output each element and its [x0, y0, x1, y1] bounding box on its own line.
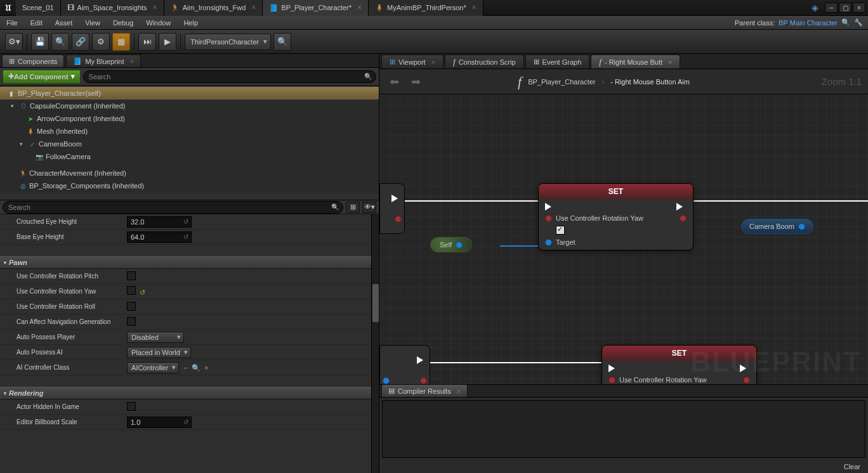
save-button[interactable]: 💾	[31, 33, 49, 51]
pin[interactable]	[680, 215, 687, 222]
scrollbar[interactable]	[371, 214, 379, 473]
rtab-eventgraph[interactable]: ⊞Event Graph	[525, 55, 590, 68]
exec-pin[interactable]	[417, 356, 427, 364]
target-pin[interactable]	[545, 239, 552, 246]
exec-in-pin[interactable]	[608, 365, 619, 372]
select[interactable]: Disabled	[127, 332, 184, 343]
tab-components[interactable]: ⊞Components	[2, 55, 64, 67]
close-icon[interactable]: ×	[472, 3, 477, 12]
revert-icon[interactable]: ↺	[140, 288, 145, 296]
tree-row[interactable]: 🧍Mesh (Inherited)	[0, 125, 379, 138]
menu-help[interactable]: Help	[177, 16, 204, 29]
tree-row[interactable]: 📷FollowCamera	[0, 150, 379, 163]
node-fragment[interactable]	[379, 345, 430, 384]
close-icon[interactable]: ×	[251, 3, 256, 12]
close-icon[interactable]: ×	[668, 58, 672, 66]
tab-compiler-results[interactable]: ▤Compiler Results×	[381, 384, 468, 397]
title-tab-aimspace[interactable]: 🎞Aim_Space_Ironsights×	[61, 0, 164, 16]
marketplace-icon[interactable]: ◈	[812, 3, 819, 13]
num-input[interactable]: 64.0	[127, 231, 192, 243]
find-button[interactable]: 🔍	[51, 33, 69, 51]
node-cameraboom[interactable]: Camera Boom	[741, 219, 813, 234]
checkbox[interactable]	[127, 317, 136, 326]
menu-file[interactable]: File	[0, 16, 24, 29]
select[interactable]: AIController	[127, 362, 179, 373]
maximize-button[interactable]: ▢	[839, 3, 852, 13]
close-icon[interactable]: ×	[431, 58, 435, 66]
chevron-down-icon[interactable]: ▾	[11, 103, 17, 109]
menu-asset[interactable]: Asset	[49, 16, 79, 29]
play-button[interactable]: ▶	[159, 33, 176, 51]
compile-button[interactable]: ⚙▾	[5, 33, 23, 51]
checkbox[interactable]: ✓	[556, 226, 565, 235]
simulation-button[interactable]: ▦	[112, 33, 130, 51]
title-tab-bpplayer[interactable]: 📘BP_Player_Character*×	[263, 0, 369, 16]
exec-out-pin[interactable]	[676, 203, 687, 211]
category-rendering[interactable]: Rendering	[0, 387, 379, 399]
chevron-down-icon[interactable]: ▾	[20, 141, 26, 147]
search-icon[interactable]: 🔍	[841, 18, 850, 27]
details-eye-button[interactable]: 👁▾	[362, 202, 376, 213]
tab-myblueprint[interactable]: 📘My Blueprint×	[66, 55, 141, 67]
pin[interactable]	[456, 242, 463, 249]
debug-filter-select[interactable]: ThirdPersonCharacter	[185, 34, 271, 50]
num-input[interactable]: 32.0	[127, 216, 192, 228]
rtab-construction[interactable]: fConstruction Scrip	[445, 55, 524, 68]
menu-view[interactable]: View	[79, 16, 107, 29]
rtab-rmb[interactable]: f- Right Mouse Butt×	[591, 55, 680, 68]
title-tab-animbp[interactable]: 🧍MyAnimBP_ThirdPerson*×	[369, 0, 483, 16]
select[interactable]: Placed in World	[127, 347, 191, 358]
pin[interactable]	[798, 223, 805, 230]
checkbox[interactable]	[127, 286, 136, 295]
pin[interactable]	[545, 215, 552, 222]
num-input[interactable]: 1.0	[127, 417, 192, 428]
compiler-output[interactable]	[382, 400, 865, 458]
minimize-button[interactable]: ─	[825, 3, 838, 13]
pin[interactable]	[383, 377, 390, 384]
node-fragment[interactable]	[379, 183, 405, 234]
tree-row[interactable]: ▾⟋CameraBoom	[0, 138, 379, 150]
menu-edit[interactable]: Edit	[24, 16, 49, 29]
details-body[interactable]: Crouched Eye Height32.0 Base Eye Height6…	[0, 214, 379, 473]
nav-back-button[interactable]: ⬅	[386, 74, 402, 90]
close-button[interactable]: ×	[853, 3, 865, 13]
tree-row[interactable]: ◎BP_Storage_Components (Inherited)	[0, 179, 379, 192]
tree-row[interactable]: ➤ArrowComponent (Inherited)	[0, 112, 379, 125]
exec-in-pin[interactable]	[545, 203, 555, 211]
exec-pin[interactable]	[391, 195, 402, 202]
node-self[interactable]: Self	[430, 237, 472, 252]
locate-button[interactable]: 🔍	[273, 33, 291, 51]
graph-canvas[interactable]: SET Use Controller Rotation Yaw ✓ Target…	[379, 94, 868, 384]
category-pawn[interactable]: Pawn	[0, 256, 379, 269]
node-set[interactable]: SET Use Controller Rotation Yaw ✓ Target	[538, 183, 694, 250]
class-defaults-button[interactable]: ⚙	[92, 33, 110, 51]
clear-button[interactable]: Clear	[844, 463, 860, 470]
close-icon[interactable]: ×	[357, 3, 362, 12]
menu-window[interactable]: Window	[140, 16, 177, 29]
pin[interactable]	[608, 377, 615, 384]
close-icon[interactable]: ×	[457, 387, 461, 395]
tree-row[interactable]: ▾⬯CapsuleComponent (Inherited)	[0, 100, 379, 112]
nav-fwd-button[interactable]: ➡	[407, 74, 424, 90]
add-component-button[interactable]: ✚ Add Component	[3, 70, 81, 84]
checkbox[interactable]	[127, 302, 136, 311]
pin[interactable]	[395, 216, 402, 223]
breadcrumb-root[interactable]: BP_Player_Character	[528, 78, 595, 86]
play-step-button[interactable]: ⏭	[138, 33, 156, 51]
close-icon[interactable]: ×	[153, 3, 157, 12]
tree-row-self[interactable]: ▮BP_Player_Character(self)	[0, 87, 379, 100]
back-icon[interactable]: ←	[181, 363, 191, 373]
parent-class-link[interactable]: BP Main Character	[779, 19, 838, 27]
title-tab-aimiron[interactable]: 🏃Aim_Ironsights_Fwd×	[164, 0, 263, 16]
pin[interactable]	[420, 377, 427, 384]
search-icon[interactable]: 🔍	[191, 363, 201, 373]
checkbox[interactable]	[127, 271, 136, 280]
clear-icon[interactable]: ×	[201, 363, 211, 373]
details-grid-button[interactable]: ⊞	[346, 202, 360, 213]
rtab-viewport[interactable]: ⊞Viewport×	[381, 55, 444, 68]
close-icon[interactable]: ×	[130, 58, 134, 65]
menu-debug[interactable]: Debug	[107, 16, 140, 29]
checkbox[interactable]	[127, 402, 136, 411]
tree-row[interactable]: 🏃CharacterMovement (Inherited)	[0, 167, 379, 179]
components-search-input[interactable]: Search	[83, 70, 376, 83]
